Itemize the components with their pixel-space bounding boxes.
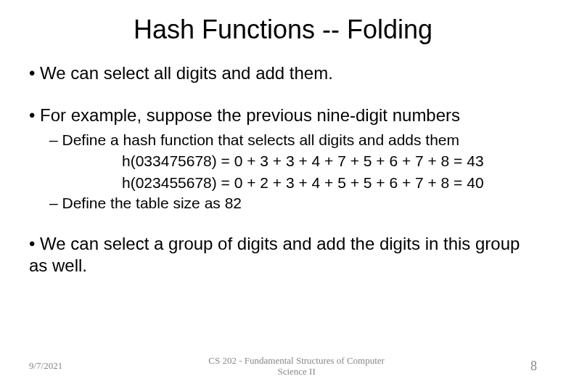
bullet-item: We can select all digits and add them. <box>29 62 537 84</box>
calc-text: h(033475678) = 0 + 3 + 3 + 4 + 7 + 5 + 6… <box>122 151 537 171</box>
bullet-text: For example, suppose the previous nine-d… <box>40 105 460 125</box>
calc-line: h(023455678) = 0 + 2 + 3 + 4 + 5 + 5 + 6… <box>49 173 537 192</box>
footer-page-number: 8 <box>530 359 537 374</box>
sub-text: Define the table size as 82 <box>62 195 242 211</box>
footer-date: 9/7/2021 <box>29 360 62 372</box>
slide: Hash Functions -- Folding We can select … <box>0 0 566 392</box>
sub-list: Define a hash function that selects all … <box>29 131 537 213</box>
calc-line: h(033475678) = 0 + 3 + 3 + 4 + 7 + 5 + 6… <box>49 151 537 171</box>
slide-title: Hash Functions -- Folding <box>29 15 537 45</box>
sub-text: Define a hash function that selects all … <box>62 131 460 148</box>
sub-item: Define the table size as 82 <box>49 194 537 213</box>
footer: 9/7/2021 CS 202 - Fundamental Structures… <box>0 355 566 377</box>
bullet-item: For example, suppose the previous nine-d… <box>29 105 537 213</box>
bullet-item: We can select a group of digits and add … <box>29 233 537 277</box>
bullet-text: We can select all digits and add them. <box>40 63 333 83</box>
sub-item: Define a hash function that selects all … <box>49 131 537 150</box>
footer-course-line: Science II <box>277 366 315 377</box>
calc-text: h(023455678) = 0 + 2 + 3 + 4 + 5 + 5 + 6… <box>122 173 537 192</box>
footer-course-line: CS 202 - Fundamental Structures of Compu… <box>208 355 385 366</box>
footer-course: CS 202 - Fundamental Structures of Compu… <box>62 355 530 377</box>
bullet-text: We can select a group of digits and add … <box>29 234 520 275</box>
bullet-list: We can select all digits and add them. F… <box>29 62 537 277</box>
